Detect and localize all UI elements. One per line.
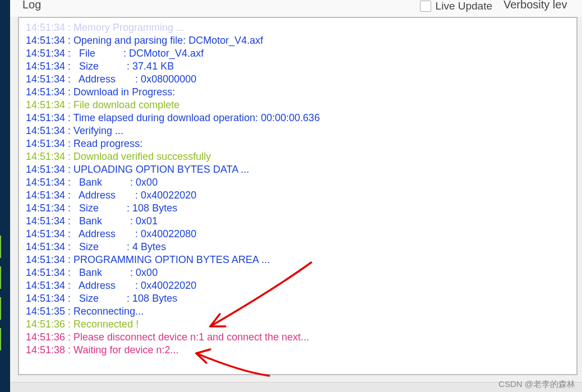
rail-icon[interactable] <box>0 328 10 351</box>
log-header: Log Live Update Verbosity lev <box>10 0 582 17</box>
live-update-toggle[interactable]: Live Update <box>420 0 492 12</box>
log-line: 14:51:34 : Download in Progress: <box>26 86 570 99</box>
log-line: 14:51:34 : Bank : 0x01 <box>26 215 570 228</box>
rail-icon[interactable] <box>0 266 10 289</box>
left-nav-rail <box>0 0 10 392</box>
log-line: 14:51:34 : Memory Programming ... <box>26 21 570 34</box>
log-line: 14:51:34 : Size : 108 Bytes <box>26 202 570 215</box>
bottom-strip <box>10 382 582 392</box>
live-update-checkbox[interactable] <box>420 1 431 12</box>
log-line: 14:51:34 : File download complete <box>26 99 570 112</box>
log-line: 14:51:38 : Waiting for device n:2... <box>26 344 570 357</box>
rail-icon[interactable] <box>0 236 10 258</box>
log-line: 14:51:34 : Verifying ... <box>26 124 570 137</box>
log-title: Log <box>22 0 41 11</box>
log-line: 14:51:34 : Time elapsed during download … <box>26 112 570 124</box>
log-line: 14:51:34 : Address : 0x40022020 <box>26 189 570 202</box>
log-line: 14:51:34 : Address : 0x40022080 <box>26 228 570 241</box>
log-line: 14:51:34 : PROGRAMMING OPTION BYTES AREA… <box>26 253 570 266</box>
log-line: 14:51:34 : Size : 37.41 KB <box>26 60 570 73</box>
log-line: 14:51:34 : Read progress: <box>26 137 570 150</box>
live-update-label: Live Update <box>436 0 492 12</box>
log-line: 14:51:34 : Opening and parsing file: DCM… <box>26 34 570 47</box>
log-line: 14:51:36 : Please disconnect device n:1 … <box>26 331 570 344</box>
log-line: 14:51:34 : Size : 4 Bytes <box>26 241 570 253</box>
log-line: 14:51:34 : Size : 108 Bytes <box>26 292 570 305</box>
log-line: 14:51:34 : Address : 0x40022020 <box>26 279 570 292</box>
log-line: 14:51:36 : Reconnected ! <box>26 318 570 331</box>
log-line: 14:51:34 : Bank : 0x00 <box>26 266 570 279</box>
watermark-text: CSDN @老李的森林 <box>498 379 575 390</box>
log-line: 14:51:35 : Reconnecting... <box>26 305 570 318</box>
verbosity-level-label: Verbosity lev <box>504 0 582 11</box>
log-line: 14:51:34 : Bank : 0x00 <box>26 176 570 189</box>
log-line: 14:51:34 : File : DCMotor_V4.axf <box>26 47 570 60</box>
rail-icon[interactable] <box>0 297 10 320</box>
log-line: 14:51:34 : Address : 0x08000000 <box>26 73 570 86</box>
log-output-panel[interactable]: 14:51:34 : Memory Programming ...14:51:3… <box>18 17 578 375</box>
log-line: 14:51:34 : UPLOADING OPTION BYTES DATA .… <box>26 163 570 176</box>
log-line: 14:51:34 : Download verified successfull… <box>26 150 570 163</box>
